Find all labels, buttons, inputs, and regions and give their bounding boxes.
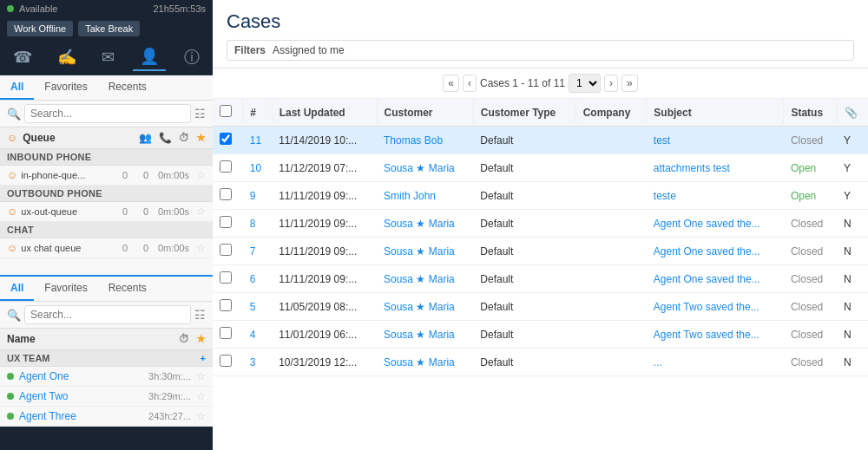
row-checkbox-4[interactable] <box>213 238 243 265</box>
info-nav-icon[interactable]: ⓘ <box>177 43 207 71</box>
case-id-link-0[interactable]: 11 <box>250 134 261 147</box>
row-customer-0[interactable]: Thomas Bob <box>377 127 473 154</box>
customer-link-5[interactable]: Sousa ★ Maria <box>384 273 455 285</box>
row-select-0[interactable] <box>220 133 232 145</box>
row-select-2[interactable] <box>220 188 232 200</box>
phone-nav-icon[interactable]: ☎ <box>6 44 39 70</box>
subject-link-4[interactable]: Agent One saved the... <box>654 245 760 258</box>
filter-icon-1[interactable]: ☷ <box>194 107 206 121</box>
row-customer-4[interactable]: Sousa ★ Maria <box>377 238 473 265</box>
search-input-1[interactable] <box>24 104 191 123</box>
customer-link-3[interactable]: Sousa ★ Maria <box>384 218 455 230</box>
row-customer-7[interactable]: Sousa ★ Maria <box>377 321 473 349</box>
row-id-4[interactable]: 7 <box>243 238 272 265</box>
case-id-link-4[interactable]: 7 <box>250 245 256 258</box>
row-id-6[interactable]: 5 <box>243 293 272 321</box>
queue-star-inbound[interactable]: ☆ <box>196 169 206 181</box>
subject-link-5[interactable]: Agent One saved the... <box>654 273 760 285</box>
row-checkbox-6[interactable] <box>213 293 243 321</box>
tab-recents-2[interactable]: Recents <box>98 277 157 301</box>
col-id[interactable]: # <box>243 99 272 127</box>
tab-favorites-1[interactable]: Favorites <box>34 75 97 100</box>
email-nav-icon[interactable]: ✉ <box>95 44 122 70</box>
row-customer-3[interactable]: Sousa ★ Maria <box>377 210 473 238</box>
row-checkbox-0[interactable] <box>213 127 243 154</box>
row-subject-6[interactable]: Agent Two saved the... <box>647 293 784 321</box>
agent-name-1[interactable]: Agent One <box>19 370 143 382</box>
row-subject-4[interactable]: Agent One saved the... <box>647 238 784 265</box>
tab-all-2[interactable]: All <box>0 277 34 301</box>
customer-link-2[interactable]: Smith John <box>384 190 436 202</box>
row-checkbox-5[interactable] <box>213 265 243 293</box>
customer-link-6[interactable]: Sousa ★ Maria <box>384 301 455 313</box>
row-subject-3[interactable]: Agent One saved the... <box>647 210 784 238</box>
row-select-5[interactable] <box>220 271 232 284</box>
queue-clock-icon[interactable]: ⏱ <box>179 132 189 144</box>
row-checkbox-8[interactable] <box>213 349 243 376</box>
customer-link-8[interactable]: Sousa ★ Maria <box>384 356 455 368</box>
tab-all-1[interactable]: All <box>0 75 34 100</box>
person-nav-icon[interactable]: 👤 <box>133 43 166 71</box>
row-subject-0[interactable]: test <box>647 127 784 154</box>
col-customer-type[interactable]: Customer Type <box>473 99 575 127</box>
subject-link-6[interactable]: Agent Two saved the... <box>654 301 760 313</box>
prev-page-button[interactable]: ‹ <box>463 75 477 92</box>
case-id-link-2[interactable]: 9 <box>250 190 256 202</box>
case-id-link-6[interactable]: 5 <box>250 301 256 313</box>
col-last-updated[interactable]: Last Updated <box>272 99 377 127</box>
customer-link-7[interactable]: Sousa ★ Maria <box>384 329 455 341</box>
customer-link-4[interactable]: Sousa ★ Maria <box>384 245 455 258</box>
customer-link-1[interactable]: Sousa ★ Maria <box>384 162 455 174</box>
row-id-2[interactable]: 9 <box>243 182 272 210</box>
queue-phone-icon[interactable]: 📞 <box>159 132 172 144</box>
row-select-3[interactable] <box>220 216 232 228</box>
agent-star-1[interactable]: ☆ <box>196 370 206 382</box>
customer-link-0[interactable]: Thomas Bob <box>384 134 443 147</box>
search-input-2[interactable] <box>24 305 191 324</box>
queue-star-icon[interactable]: ★ <box>196 132 206 144</box>
page-select[interactable]: 1 <box>569 74 601 93</box>
filter-icon-2[interactable]: ☷ <box>194 308 206 322</box>
subject-link-1[interactable]: attachments test <box>654 162 730 174</box>
last-page-button[interactable]: » <box>621 75 638 92</box>
row-id-5[interactable]: 6 <box>243 265 272 293</box>
row-id-8[interactable]: 3 <box>243 349 272 376</box>
row-id-0[interactable]: 11 <box>243 127 272 154</box>
row-customer-1[interactable]: Sousa ★ Maria <box>377 154 473 182</box>
row-subject-1[interactable]: attachments test <box>647 154 784 182</box>
case-id-link-5[interactable]: 6 <box>250 273 256 285</box>
select-all-checkbox[interactable] <box>220 105 232 117</box>
work-offline-button[interactable]: Work Offline <box>7 21 73 36</box>
row-customer-2[interactable]: Smith John <box>377 182 473 210</box>
subject-link-2[interactable]: teste <box>654 190 676 202</box>
queue-group-icon[interactable]: 👥 <box>139 132 152 144</box>
case-id-link-7[interactable]: 4 <box>250 329 256 341</box>
row-customer-8[interactable]: Sousa ★ Maria <box>377 349 473 376</box>
queue-star-chat[interactable]: ☆ <box>196 242 206 254</box>
subject-link-0[interactable]: test <box>654 134 670 147</box>
row-checkbox-3[interactable] <box>213 210 243 238</box>
subject-link-8[interactable]: ... <box>654 356 662 368</box>
row-select-4[interactable] <box>220 244 232 256</box>
agent-star-3[interactable]: ☆ <box>196 410 206 422</box>
first-page-button[interactable]: « <box>443 75 459 92</box>
row-select-8[interactable] <box>220 355 232 367</box>
agent-name-3[interactable]: Agent Three <box>19 410 143 422</box>
col-subject[interactable]: Subject <box>647 99 784 127</box>
tab-favorites-2[interactable]: Favorites <box>34 277 97 301</box>
row-id-1[interactable]: 10 <box>243 154 272 182</box>
row-subject-8[interactable]: ... <box>647 349 784 376</box>
row-subject-5[interactable]: Agent One saved the... <box>647 265 784 293</box>
next-page-button[interactable]: › <box>604 75 618 92</box>
add-agent-icon[interactable]: + <box>201 353 206 363</box>
row-select-6[interactable] <box>220 299 232 311</box>
row-id-3[interactable]: 8 <box>243 210 272 238</box>
agent-name-2[interactable]: Agent Two <box>19 390 143 402</box>
row-checkbox-2[interactable] <box>213 182 243 210</box>
tab-recents-1[interactable]: Recents <box>98 75 157 100</box>
col-company[interactable]: Company <box>575 99 647 127</box>
row-subject-7[interactable]: Agent Two saved the... <box>647 321 784 349</box>
row-customer-6[interactable]: Sousa ★ Maria <box>377 293 473 321</box>
row-select-7[interactable] <box>220 327 232 339</box>
case-id-link-3[interactable]: 8 <box>250 218 256 230</box>
